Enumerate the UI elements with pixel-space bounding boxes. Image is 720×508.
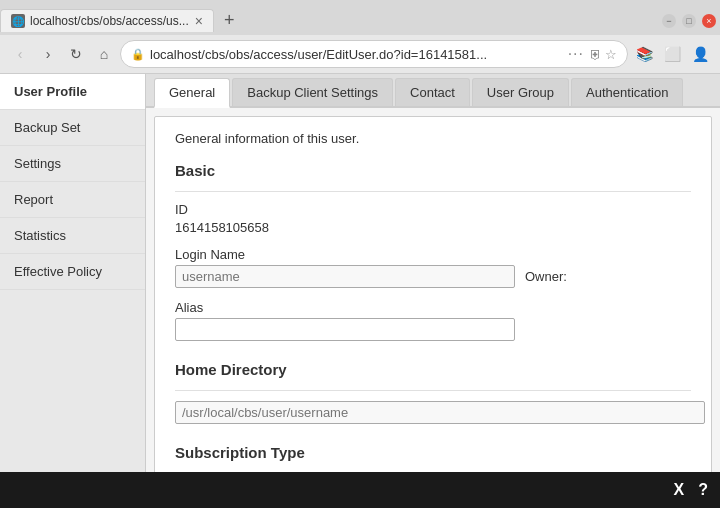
browser-tab[interactable]: 🌐 localhost/cbs/obs/access/us... × — [0, 9, 214, 32]
home-directory-input[interactable] — [175, 401, 705, 424]
id-field-group: ID 1614158105658 — [175, 202, 691, 235]
home-button[interactable]: ⌂ — [92, 42, 116, 66]
login-name-field-group: Login Name Owner: — [175, 247, 691, 288]
bottom-bar: X ? — [0, 472, 720, 508]
login-name-row: Owner: — [175, 265, 691, 288]
tab-favicon: 🌐 — [11, 14, 25, 28]
close-bottom-button[interactable]: X — [674, 481, 685, 499]
login-name-label: Login Name — [175, 247, 691, 262]
main-content: General Backup Client Settings Contact U… — [146, 74, 720, 508]
refresh-button[interactable]: ↻ — [64, 42, 88, 66]
sidebar-item-user-profile[interactable]: User Profile — [0, 74, 145, 110]
alias-input[interactable] — [175, 318, 515, 341]
id-label: ID — [175, 202, 691, 217]
alias-field-group: Alias — [175, 300, 691, 341]
alias-label: Alias — [175, 300, 691, 315]
window-controls: − □ × — [656, 14, 720, 28]
sidebar-item-report[interactable]: Report — [0, 182, 145, 218]
profile-icon[interactable]: 👤 — [688, 42, 712, 66]
tab-user-group[interactable]: User Group — [472, 78, 569, 106]
bookmark-star-icon[interactable]: ☆ — [605, 47, 617, 62]
tab-contact[interactable]: Contact — [395, 78, 470, 106]
library-icon[interactable]: 📚 — [632, 42, 656, 66]
new-tab-button[interactable]: + — [216, 6, 243, 35]
app-container: User Profile Backup Set Settings Report … — [0, 74, 720, 508]
more-options-icon[interactable]: ··· — [568, 45, 584, 63]
sidebar-item-statistics[interactable]: Statistics — [0, 218, 145, 254]
back-button[interactable]: ‹ — [8, 42, 32, 66]
content-description: General information of this user. — [175, 131, 691, 146]
id-value: 1614158105658 — [175, 220, 691, 235]
help-bottom-button[interactable]: ? — [698, 481, 708, 499]
sidebar-item-effective-policy[interactable]: Effective Policy — [0, 254, 145, 290]
shield-icon: ⛨ — [589, 47, 602, 62]
sidebar-item-backup-set[interactable]: Backup Set — [0, 110, 145, 146]
subscription-type-title: Subscription Type — [175, 444, 691, 461]
maximize-button[interactable]: □ — [682, 14, 696, 28]
url-text: localhost/cbs/obs/access/user/EditUser.d… — [150, 47, 563, 62]
basic-section-title: Basic — [175, 162, 691, 179]
tab-authentication[interactable]: Authentication — [571, 78, 683, 106]
basic-section: Basic ID 1614158105658 Login Name Owner:… — [175, 162, 691, 341]
tab-general[interactable]: General — [154, 78, 230, 108]
sidebar: User Profile Backup Set Settings Report … — [0, 74, 146, 508]
address-bar[interactable]: 🔒 localhost/cbs/obs/access/user/EditUser… — [120, 40, 628, 68]
sidebar-item-settings[interactable]: Settings — [0, 146, 145, 182]
owner-label: Owner: — [525, 269, 567, 284]
security-icon: 🔒 — [131, 48, 145, 61]
tab-backup-client-settings[interactable]: Backup Client Settings — [232, 78, 393, 106]
minimize-button[interactable]: − — [662, 14, 676, 28]
home-directory-title: Home Directory — [175, 361, 691, 378]
tab-close-button[interactable]: × — [195, 14, 203, 28]
tab-title: localhost/cbs/obs/access/us... — [30, 14, 189, 28]
browser-chrome: 🌐 localhost/cbs/obs/access/us... × + − □… — [0, 0, 720, 74]
close-button[interactable]: × — [702, 14, 716, 28]
content-area: General information of this user. Basic … — [154, 116, 712, 508]
containers-icon[interactable]: ⬜ — [660, 42, 684, 66]
home-directory-section: Home Directory — [175, 361, 691, 424]
forward-button[interactable]: › — [36, 42, 60, 66]
tab-bar: 🌐 localhost/cbs/obs/access/us... × + − □… — [0, 0, 720, 35]
toolbar-icons: 📚 ⬜ 👤 — [632, 42, 712, 66]
tab-navigation: General Backup Client Settings Contact U… — [146, 74, 720, 108]
address-bar-row: ‹ › ↻ ⌂ 🔒 localhost/cbs/obs/access/user/… — [0, 35, 720, 73]
login-name-input[interactable] — [175, 265, 515, 288]
